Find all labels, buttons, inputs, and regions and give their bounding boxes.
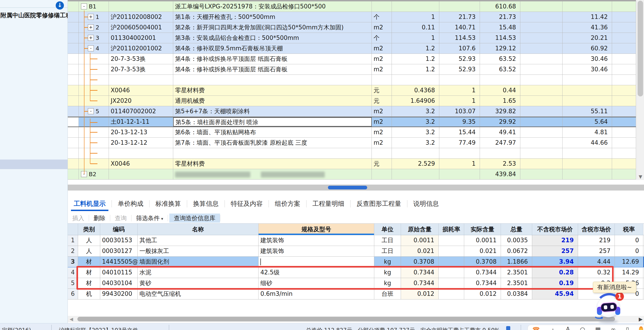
cell-tail[interactable] [612,85,636,96]
toolbar-button[interactable]: 查询 [110,213,131,223]
cell-labor-cost[interactable]: 60.92 [562,43,612,54]
cell-actual-content[interactable]: 0.012 [464,289,501,299]
row-number-cell[interactable]: 3 [68,257,78,267]
tree-toggle-icon[interactable]: + [88,35,94,41]
cell-tax-rate[interactable]: 12.69 [615,257,643,267]
resource-row[interactable]: 6机99430200电动空气压缩机0.6m3/min台班0.0120.0120.… [68,289,644,300]
cell-labor-cost[interactable] [562,75,612,85]
estimate-row[interactable]: 土01-12-1-11第5条：墙柱面界面处理剂 喷涂m23.29.3529.92… [68,117,636,127]
cell-quantity[interactable] [392,75,439,85]
column-header[interactable]: 原始含量 [401,224,438,235]
cell-name[interactable]: 水泥 [138,267,258,278]
cell-price-excl-tax[interactable]: 45.94 [532,289,578,299]
cell-unit-price[interactable] [439,75,480,85]
cell-price-incl-tax[interactable]: 4.44 [578,257,615,267]
cell-quantity[interactable]: 3.2 [392,138,439,148]
cell-tax-rate[interactable]: 0 [615,235,643,246]
assistant-robot[interactable]: 1 [595,295,622,322]
cell-unit[interactable] [372,148,392,159]
cell-original-content[interactable]: 0.7344 [401,278,438,289]
cell-unit-price[interactable]: 77.49 [439,138,480,148]
resource-row[interactable]: 2人00030127一般抹灰工建筑装饰工日0.0210.0210.0672257… [68,246,644,257]
cell-loss-rate[interactable] [438,289,464,299]
cell-quantity[interactable]: 3.2 [392,127,439,138]
tab-2[interactable]: 标准换算 [150,195,187,212]
cell-total-price[interactable]: 610.68 [480,1,520,12]
cell-unit[interactable]: 工日 [374,235,401,246]
sidebar-selected-band[interactable] [0,160,68,169]
cell-total-price[interactable]: 63.52 [480,64,520,75]
cell-total-quantity[interactable]: 0.0384 [501,289,532,299]
cell-code[interactable]: 沪201102008002 [109,12,173,22]
row-number-cell[interactable] [68,127,79,138]
cell-price-incl-tax[interactable]: 257 [578,246,615,256]
cell-actual-content[interactable]: 0.3708 [464,257,501,267]
cell-original-content[interactable]: 0.3708 [401,257,438,267]
cell-total-price[interactable]: 247.97 [480,138,520,148]
tab-8[interactable]: 说明信息 [407,195,445,212]
row-number-cell[interactable]: 6 [68,289,78,299]
row-number-cell[interactable] [68,54,79,64]
cell-blank[interactable] [520,12,562,22]
cell-original-content[interactable]: 0.7344 [401,267,438,278]
cell-quantity[interactable]: 2.529 [392,159,439,169]
notification-badge[interactable]: 1 [615,292,624,301]
tab-7[interactable]: 反查图形工程量 [350,195,407,212]
cell-code[interactable]: 011407002002 [109,106,173,117]
cell-name[interactable]: 电动空气压缩机 [138,289,258,299]
cell-unit-price[interactable] [439,169,480,179]
cell-category[interactable]: 机 [78,289,100,299]
cell-code[interactable]: 沪200605004001 [109,22,173,33]
cell-code[interactable]: X0046 [109,85,173,96]
cell-labor-cost[interactable]: 30.46 [562,54,612,64]
resource-row[interactable]: 4材04010115水泥42.5级kg0.73440.73442.35010.2… [68,267,644,278]
cell-quantity[interactable]: 1 [392,33,439,43]
row-number-cell[interactable]: 2 [68,246,78,256]
cell-category[interactable]: 人 [78,246,100,256]
cell-code[interactable] [109,148,173,159]
scroll-left-icon[interactable]: ◀ [70,316,73,322]
cell-labor-cost[interactable] [562,169,612,179]
cell-unit-price[interactable] [439,1,480,12]
cell-labor-cost[interactable] [562,159,612,169]
cell-unit[interactable]: kg [374,278,401,289]
cell-unit[interactable] [372,169,392,179]
row-number-cell[interactable]: 1 [68,235,78,246]
cell-labor-cost[interactable]: 30.46 [562,64,612,75]
cell-tail[interactable] [612,127,636,138]
toolbar-button[interactable]: 筛选条件▾ [132,213,168,223]
cell-quantity[interactable]: 3.2 [392,106,439,117]
flame-icon[interactable] [639,326,643,330]
cell-loss-rate[interactable] [438,246,464,256]
cell-labor-cost[interactable] [562,148,612,159]
cell-tail[interactable] [612,75,636,85]
cell-unit[interactable]: m2 [372,22,392,33]
cell-unit[interactable]: m2 [372,54,392,64]
row-number-cell[interactable] [68,33,79,43]
tree-toggle-icon[interactable]: - [88,45,94,51]
tree-cell[interactable]: -4 [79,43,109,54]
cell-blank[interactable] [520,148,562,159]
hscroll-thumb[interactable] [77,317,615,321]
cell-code[interactable] [109,1,173,12]
tree-toggle-icon[interactable]: + [88,24,94,30]
cell-name[interactable]: 通用机械费 [173,96,372,106]
cell-total-price[interactable]: 129.12 [480,43,520,54]
cell-unit-price[interactable]: 140.71 [439,22,480,33]
notebook-icon[interactable]: ▯ [626,326,629,330]
cell-name[interactable]: 第5条：墙柱面界面处理剂 喷涂 [173,117,372,127]
cell-name[interactable] [173,148,372,159]
cell-unit-price[interactable]: 107.6 [439,43,480,54]
cell-name[interactable]: 第5+6+7条：天棚喷刷涂料 [173,106,372,117]
row-number-cell[interactable] [68,1,79,12]
cell-unit[interactable]: 元 [372,159,392,169]
cell-name[interactable]: 墙面固化剂 [138,257,258,267]
cell-total-price[interactable]: 114.53 [480,33,520,43]
font-icon[interactable]: A [566,326,570,330]
phone-icon[interactable]: ☎ [532,326,540,330]
blue-tile-icon[interactable] [506,326,510,330]
estimate-row[interactable]: -4沪201102001002第4条：修补双层9.5mm石膏板吊顶天棚m21.2… [68,43,636,54]
cell-name[interactable]: 第3条：安装成品铝合金检查口：500*500mm [173,33,372,43]
column-header[interactable]: 损耗率 [438,224,464,235]
estimate-row[interactable]: -5011407002002第5+6+7条：天棚喷刷涂料m23.2103.073… [68,106,636,117]
